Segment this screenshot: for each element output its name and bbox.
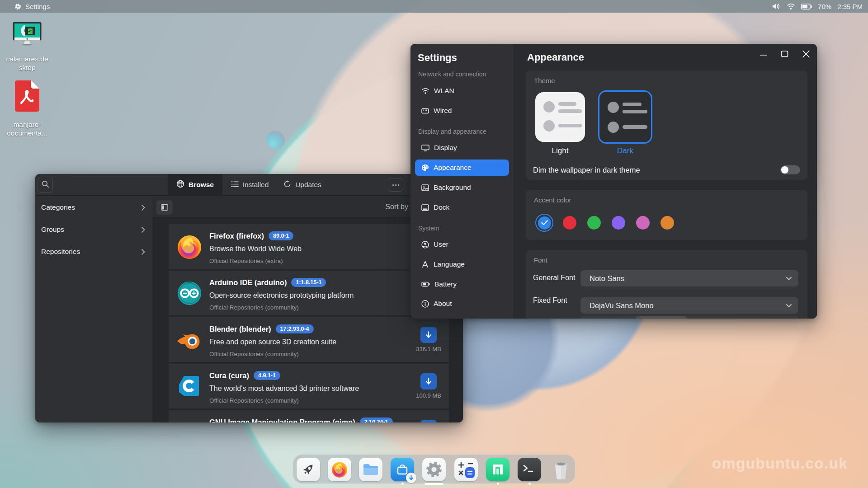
battery-percent[interactable]: 70% (818, 3, 831, 10)
sidebar-item-appearance[interactable]: Appearance (415, 160, 509, 176)
download-button[interactable] (420, 420, 437, 422)
close-button[interactable] (798, 48, 814, 60)
sidebar-item-language[interactable]: Language (415, 256, 509, 272)
sidebar-item-wired[interactable]: Wired (415, 103, 509, 119)
accent-swatch-purple[interactable] (612, 216, 625, 230)
sidebar-item-about[interactable]: About (415, 296, 509, 312)
desktop-icon-manjaro-pdf[interactable]: manjaro- documenta... (0, 80, 54, 137)
download-icon (425, 331, 432, 339)
font-card: Font General Font Noto Sans Fixed Font D… (526, 250, 807, 319)
accent-swatch-blue[interactable] (535, 214, 553, 232)
sidebar-item-repositories[interactable]: Repositories (35, 242, 152, 262)
display-icon (421, 145, 429, 151)
tab-label: Updates (295, 181, 321, 189)
dock-item-firefox[interactable] (328, 458, 351, 481)
desktop-icon-calamares[interactable]: calamares.de sktop (0, 22, 54, 72)
calamares-installer-icon (12, 22, 42, 48)
close-icon (802, 50, 810, 58)
download-button[interactable] (420, 327, 437, 343)
dock-item-software-center[interactable] (486, 458, 509, 481)
app-source: Official Repositories (community) (209, 350, 299, 357)
clock[interactable]: 2:35 PM (837, 3, 863, 10)
dim-wallpaper-toggle[interactable] (780, 165, 800, 174)
battery-icon (421, 282, 430, 287)
desktop-icon-label: manjaro- documenta... (0, 120, 54, 137)
sidebar-item-label: Display (434, 144, 457, 152)
manjaro-icon (491, 462, 505, 477)
app-name: Blender (blender) (209, 325, 271, 333)
sidebar-item-user[interactable]: User (415, 236, 509, 253)
fixed-font-dropdown[interactable]: DejaVu Sans Mono (580, 297, 798, 314)
check-icon (541, 220, 548, 225)
download-button[interactable] (420, 373, 437, 389)
gear-icon (14, 3, 21, 10)
firefox-app-icon (176, 234, 203, 260)
tab-label: Browse (189, 181, 214, 189)
sidebar-item-display[interactable]: Display (415, 140, 509, 156)
dock-item-files[interactable] (359, 458, 382, 481)
sidebar-item-dock[interactable]: Dock (415, 199, 509, 216)
accent-swatch-orange[interactable] (660, 216, 674, 230)
sidebar-item-groups[interactable]: Groups (35, 220, 152, 239)
dock-item-launcher[interactable] (297, 458, 320, 481)
accent-swatch-red[interactable] (563, 216, 576, 230)
maximize-button[interactable] (777, 48, 793, 60)
user-icon (421, 241, 429, 249)
sidebar-item-battery[interactable]: Battery (415, 276, 509, 292)
sidebar-item-categories[interactable]: Categories (35, 197, 152, 217)
active-app-name[interactable]: Settings (25, 3, 50, 10)
sidebar-item-label: WLAN (434, 87, 454, 95)
preview-dot (608, 122, 619, 133)
battery-icon[interactable] (801, 4, 812, 9)
software-center-sidebar: Categories Groups Repositories (35, 196, 152, 422)
tab-browse[interactable]: Browse (168, 174, 222, 196)
search-button[interactable] (38, 177, 53, 193)
font-size-control-partial[interactable] (580, 316, 798, 319)
accent-swatch-green[interactable] (587, 216, 601, 230)
dock-item-calculator[interactable] (454, 458, 478, 481)
accent-color-card: Accent color (526, 190, 807, 240)
tab-updates[interactable]: Updates (277, 174, 328, 196)
general-font-dropdown[interactable]: Noto Sans (580, 270, 798, 286)
wifi-icon[interactable] (787, 3, 795, 10)
tab-installed[interactable]: Installed (222, 174, 277, 196)
app-row-cura[interactable]: Cura (cura) 4.9.1-1 The world's most adv… (169, 364, 449, 408)
version-badge: 4.9.1-1 (254, 371, 280, 380)
info-icon (421, 300, 429, 308)
preview-dot (543, 101, 555, 113)
menu-button[interactable] (388, 178, 403, 192)
trash-icon (549, 458, 573, 481)
app-row-blender[interactable]: Blender (blender) 17:2.93.0-4 Free and o… (169, 317, 449, 362)
app-row-firefox[interactable]: Firefox (firefox) 89.0-1 Browse the Worl… (169, 224, 449, 269)
dock-item-trash[interactable] (549, 458, 573, 481)
dock-item-terminal[interactable] (518, 458, 541, 481)
theme-option-dark[interactable] (598, 90, 652, 144)
download-icon (425, 377, 432, 385)
sidebar-item-label: Categories (41, 203, 75, 211)
dock-icon (421, 204, 429, 211)
sidebar-item-wlan[interactable]: WLAN (415, 83, 509, 99)
sidebar-toggle-button[interactable] (156, 200, 173, 215)
chevron-right-icon (141, 226, 145, 233)
volume-icon[interactable] (772, 3, 781, 10)
chevron-down-icon (786, 277, 792, 281)
accent-color-label: Accent color (534, 196, 571, 204)
app-row-gimp[interactable]: GNU Image Manipulation Program (gimp) 2.… (169, 410, 449, 422)
software-center-window: Browse Installed Updates Categories (35, 174, 463, 422)
folder-icon (362, 462, 379, 477)
app-row-arduino[interactable]: Arduino IDE (arduino) 1:1.8.15-1 Open-so… (169, 271, 449, 315)
dock-item-settings[interactable] (422, 458, 446, 481)
app-name: GNU Image Manipulation Program (gimp) (209, 418, 355, 423)
desktop-icon-label: calamares.de sktop (0, 55, 54, 72)
minimize-button[interactable] (756, 48, 771, 60)
theme-option-light[interactable] (535, 92, 585, 142)
accent-swatch-pink[interactable] (636, 216, 650, 230)
sort-by-label[interactable]: Sort by (385, 196, 408, 217)
update-badge (406, 473, 416, 483)
sidebar-item-label: Wired (434, 107, 452, 115)
palette-icon (421, 164, 429, 171)
language-icon (421, 261, 429, 268)
sidebar-item-background[interactable]: Background (415, 179, 509, 196)
dock-item-app-store[interactable] (391, 458, 414, 481)
theme-name-light: Light (533, 146, 587, 155)
